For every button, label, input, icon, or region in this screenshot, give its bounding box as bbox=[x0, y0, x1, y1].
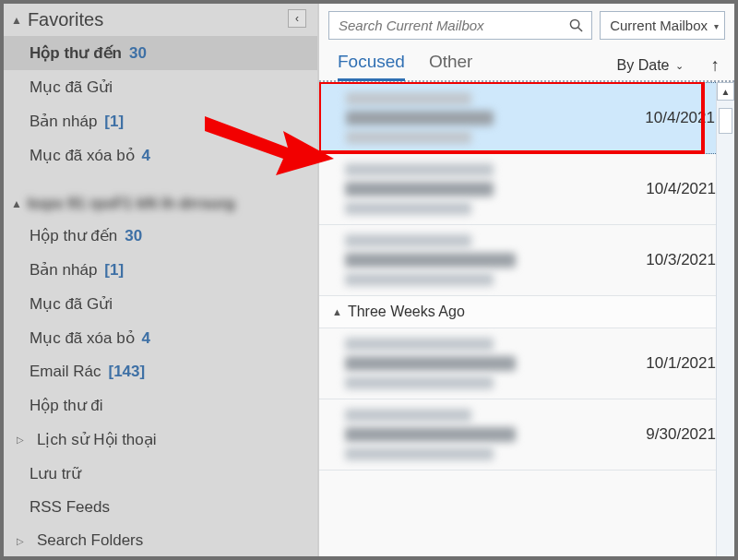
message-preview bbox=[345, 234, 620, 286]
message-list: 10/4/2021 10/4/2021 10/3 bbox=[319, 82, 734, 556]
folder-archive[interactable]: Lưu trữ bbox=[4, 457, 317, 491]
message-preview bbox=[345, 163, 620, 215]
svg-line-1 bbox=[577, 28, 581, 31]
search-bar-row: Current Mailbox ▾ bbox=[319, 4, 734, 40]
sort-by-dropdown[interactable]: By Date ⌄ bbox=[617, 57, 684, 74]
favorites-drafts[interactable]: Bản nháp [1] bbox=[4, 104, 317, 138]
app-frame: ‹ ▲ Favorites Hộp thư đến 30 Mục đã Gửi … bbox=[0, 0, 738, 560]
folder-outbox[interactable]: Hộp thư đi bbox=[4, 388, 317, 423]
message-date: 10/4/2021 bbox=[619, 109, 720, 127]
folder-deleted[interactable]: Mục đã xóa bỏ 4 bbox=[4, 321, 317, 355]
folder-drafts[interactable]: Bản nháp [1] bbox=[4, 253, 317, 287]
search-scope-label: Current Mailbox bbox=[610, 18, 708, 33]
search-scope-dropdown[interactable]: Current Mailbox ▾ bbox=[600, 11, 725, 40]
message-item[interactable]: 10/1/2021 bbox=[319, 328, 734, 399]
folder-sent[interactable]: Mục đã Gửi bbox=[4, 287, 317, 321]
message-preview bbox=[345, 409, 620, 460]
scroll-thumb[interactable] bbox=[719, 108, 732, 134]
caret-right-icon: ▷ bbox=[17, 536, 28, 546]
caret-down-icon: ▲ bbox=[11, 197, 22, 210]
chevron-down-icon: ▾ bbox=[714, 20, 719, 30]
scroll-up-button[interactable]: ▲ bbox=[717, 82, 734, 101]
search-input[interactable] bbox=[329, 12, 560, 39]
message-date: 10/1/2021 bbox=[620, 354, 721, 373]
message-item[interactable]: 10/4/2021 bbox=[319, 154, 734, 225]
account-header[interactable]: ▲ kxps 91 rpxF1 kN ih drrsurg bbox=[4, 189, 317, 219]
favorites-deleted[interactable]: Mục đã xóa bỏ 4 bbox=[4, 138, 317, 173]
message-preview bbox=[345, 338, 620, 389]
message-date: 10/3/2021 bbox=[620, 251, 721, 269]
message-item[interactable]: 10/4/2021 bbox=[319, 82, 734, 154]
collapse-pane-button[interactable]: ‹ bbox=[288, 9, 306, 28]
group-header-label: Three Weeks Ago bbox=[348, 304, 465, 320]
folder-junk[interactable]: Email Rác [143] bbox=[4, 355, 317, 388]
message-item[interactable]: 9/30/2021 bbox=[319, 399, 734, 471]
caret-down-icon: ▲ bbox=[11, 14, 22, 27]
message-date: 9/30/2021 bbox=[620, 425, 721, 444]
caret-right-icon: ▷ bbox=[17, 435, 28, 445]
message-item[interactable]: 10/3/2021 bbox=[319, 225, 734, 296]
date-group-header[interactable]: ▲ Three Weeks Ago bbox=[319, 296, 734, 328]
chevron-down-icon: ⌄ bbox=[675, 60, 684, 72]
svg-point-0 bbox=[570, 19, 578, 28]
tab-other[interactable]: Other bbox=[429, 52, 473, 79]
account-name-blurred: kxps 91 rpxF1 kN ih drrsurg bbox=[28, 195, 235, 213]
folder-inbox[interactable]: Hộp thư đến 30 bbox=[4, 219, 317, 253]
folder-pane: ‹ ▲ Favorites Hộp thư đến 30 Mục đã Gửi … bbox=[4, 4, 318, 556]
favorites-title: Favorites bbox=[28, 9, 103, 30]
scrollbar[interactable]: ▲ bbox=[716, 82, 734, 556]
message-date: 10/4/2021 bbox=[620, 180, 721, 198]
tab-focused[interactable]: Focused bbox=[338, 52, 405, 79]
search-icon[interactable] bbox=[560, 12, 591, 39]
favorites-header[interactable]: ▲ Favorites bbox=[4, 4, 317, 36]
favorites-inbox[interactable]: Hộp thư đến 30 bbox=[4, 36, 317, 70]
message-preview bbox=[346, 92, 619, 144]
message-pane: Current Mailbox ▾ Focused Other By Date … bbox=[318, 4, 734, 556]
folder-search-folders[interactable]: ▷ Search Folders bbox=[4, 524, 317, 557]
folder-rss[interactable]: RSS Feeds bbox=[4, 491, 317, 524]
folder-conversation-history[interactable]: ▷ Lịch sử Hội thoại bbox=[4, 423, 317, 457]
search-box[interactable] bbox=[328, 11, 592, 40]
sort-direction-button[interactable]: ↑ bbox=[708, 55, 724, 76]
sort-label: By Date bbox=[617, 57, 670, 74]
caret-down-icon: ▲ bbox=[332, 306, 342, 317]
tabs-row: Focused Other By Date ⌄ ↑ bbox=[319, 40, 734, 82]
favorites-sent[interactable]: Mục đã Gửi bbox=[4, 70, 317, 104]
